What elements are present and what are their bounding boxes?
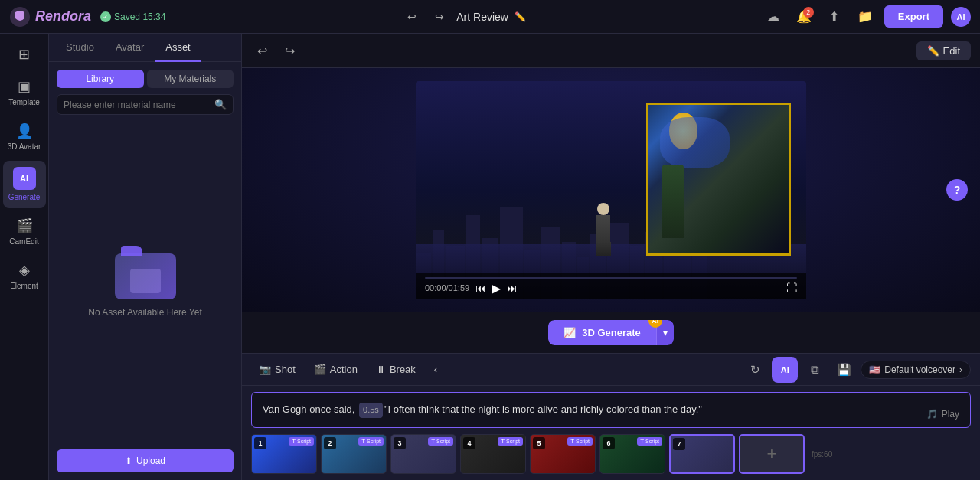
generate-ai-icon: AI	[20, 174, 28, 183]
add-scene-button[interactable]: +	[739, 434, 805, 474]
home-icon: ⊞	[18, 46, 30, 63]
template-icon: ▣	[18, 78, 31, 95]
timeline-scene-4[interactable]: 4 TScript	[460, 434, 526, 474]
generate-trend-icon: 📈	[564, 327, 576, 338]
camedit-icon: 🎬	[16, 217, 33, 234]
sidebar-item-camedit[interactable]: 🎬 CamEdit	[3, 211, 46, 253]
scene-number-3: 3	[394, 437, 406, 449]
search-input[interactable]	[64, 100, 210, 110]
asset-panel: Studio Avatar Asset Library My Materials…	[49, 34, 242, 480]
tab-studio[interactable]: Studio	[55, 34, 105, 62]
timeline-scene-1[interactable]: 1 TScript	[251, 434, 317, 474]
script-and-timeline: Van Gogh once said, 0.5s"I often think t…	[242, 386, 980, 434]
timeline-scene-5[interactable]: 5 TScript	[530, 434, 596, 474]
panel-content: Library My Materials 🔍 No Asset Availabl…	[49, 62, 241, 449]
topbar-center: ↩ ↪ Art Review ✏️	[175, 6, 752, 28]
scene-script-tag-4: TScript	[498, 437, 523, 446]
sidebar-label-avatar: 3D Avatar	[8, 142, 41, 152]
saved-label: Saved 15:34	[114, 11, 165, 22]
play-button[interactable]: ▶	[492, 281, 501, 296]
sidebar-item-avatar[interactable]: 👤 3D Avatar	[3, 116, 46, 158]
timeline-scene-3[interactable]: 3 TScript	[390, 434, 456, 474]
generate-3d-button[interactable]: 📈 3D Generate AI	[548, 320, 656, 345]
play-script-label: Play	[942, 409, 959, 420]
sidebar-item-template[interactable]: ▣ Template	[3, 72, 46, 113]
more-button[interactable]: ‹	[426, 360, 445, 379]
edit-icon: ✏️	[927, 45, 939, 57]
scene-number-4: 4	[463, 437, 475, 449]
notification-badge: 2	[803, 7, 814, 18]
folder-button[interactable]: 📁	[854, 5, 877, 28]
script-text-before: Van Gogh once said,	[263, 403, 358, 415]
shot-label: Shot	[275, 364, 296, 375]
refresh-icon-btn[interactable]: ↻	[743, 358, 767, 382]
tab-asset[interactable]: Asset	[155, 34, 201, 62]
scene-number-2: 2	[324, 437, 336, 449]
scene-script-tag-6: TScript	[637, 437, 662, 446]
scene-script-tag-1: TScript	[289, 437, 314, 446]
scene-script-tag-3: TScript	[428, 437, 453, 446]
topbar-right: ☁ 🔔 2 ⬆ 📁 Export AI	[762, 5, 971, 28]
timeline-scene-7[interactable]: 7	[669, 434, 735, 474]
save-script-btn[interactable]: 💾	[831, 358, 856, 382]
undo-btn-2[interactable]: ↩	[251, 40, 273, 61]
logo-icon	[9, 6, 31, 28]
timeline-row: 1 TScript 2 TScript 3 TScript 4 TScript …	[242, 434, 980, 480]
script-toolbar: 📷 Shot 🎬 Action ⏸ Break ‹ ↻ AI ⧉ 💾	[242, 354, 980, 386]
timeline-scene-6[interactable]: 6 TScript	[599, 434, 665, 474]
folder-illustration	[115, 246, 176, 299]
main-area: ⊞ ▣ Template 👤 3D Avatar AI Generate 🎬 C…	[0, 34, 980, 480]
scene-number-5: 5	[533, 437, 545, 449]
project-title: Art Review	[456, 11, 508, 23]
my-materials-button[interactable]: My Materials	[147, 70, 234, 88]
export-button[interactable]: Export	[884, 5, 943, 28]
redo-button[interactable]: ↪	[429, 6, 450, 28]
action-button[interactable]: 🎬 Action	[306, 360, 365, 379]
preview-toolbar: ↩ ↪ ✏️ Edit	[242, 34, 980, 68]
undo-button[interactable]: ↩	[401, 6, 423, 28]
break-button[interactable]: ⏸ Break	[368, 360, 423, 379]
upload-cloud-button[interactable]: ☁	[762, 5, 785, 28]
tab-avatar[interactable]: Avatar	[105, 34, 155, 62]
shot-button[interactable]: 📷 Shot	[251, 360, 303, 379]
panel-tabs: Studio Avatar Asset	[49, 34, 241, 62]
controls-row: 00:00/01:59 ⏮ ▶ ⏭ ⛶	[425, 281, 797, 296]
empty-asset-label: No Asset Available Here Yet	[88, 307, 202, 318]
timeline-scene-2[interactable]: 2 TScript	[321, 434, 387, 474]
script-right-tools: ↻ AI ⧉ 💾 🇺🇸 Default voiceover ›	[743, 357, 971, 383]
preview-section: ↩ ↪ ✏️ Edit	[242, 34, 980, 480]
sidebar-item-home[interactable]: ⊞	[3, 40, 46, 69]
voice-selector[interactable]: 🇺🇸 Default voiceover ›	[861, 361, 971, 379]
edit-pencil-icon: ✏️	[514, 11, 526, 22]
next-button[interactable]: ⏭	[507, 282, 517, 294]
progress-track[interactable]	[425, 277, 797, 279]
break-tag: 0.5s	[359, 403, 383, 418]
library-toggle: Library My Materials	[57, 70, 234, 88]
fullscreen-button[interactable]: ⛶	[786, 282, 797, 294]
script-text-wrapper: Van Gogh once said, 0.5s"I often think t…	[251, 392, 971, 428]
copy-icon-btn[interactable]: ⧉	[802, 358, 827, 382]
search-row: 🔍	[57, 94, 234, 115]
scene-number-1: 1	[254, 437, 266, 449]
ai-assist-button[interactable]: AI	[772, 357, 798, 383]
flag-icon: 🇺🇸	[869, 364, 880, 375]
starry-night-painting	[646, 103, 791, 256]
video-controls: 00:00/01:59 ⏮ ▶ ⏭ ⛶	[416, 273, 806, 299]
help-button[interactable]: ?	[946, 179, 968, 201]
sidebar-item-element[interactable]: ◈ Element	[3, 256, 46, 297]
video-content: 00:00/01:59 ⏮ ▶ ⏭ ⛶	[416, 81, 806, 299]
voice-label: Default voiceover	[884, 364, 956, 375]
prev-button[interactable]: ⏮	[475, 282, 485, 294]
sidebar-label-element: Element	[10, 282, 38, 291]
redo-btn-2[interactable]: ↪	[279, 40, 300, 61]
edit-button[interactable]: ✏️ Edit	[916, 41, 971, 60]
upload-button[interactable]: ⬆ Upload	[57, 449, 234, 472]
generate-row: 📈 3D Generate AI ▾	[242, 312, 980, 353]
share-button[interactable]: ⬆	[823, 5, 846, 28]
library-button[interactable]: Library	[57, 70, 144, 88]
script-text-box[interactable]: Van Gogh once said, 0.5s"I often think t…	[251, 392, 971, 428]
topbar: Rendora Saved 15:34 ↩ ↪ Art Review ✏️ ☁ …	[0, 0, 980, 34]
play-script-button[interactable]: 🎵 Play	[926, 409, 959, 420]
sidebar-item-generate[interactable]: AI Generate	[3, 161, 46, 208]
notifications-button[interactable]: 🔔 2	[792, 5, 815, 28]
